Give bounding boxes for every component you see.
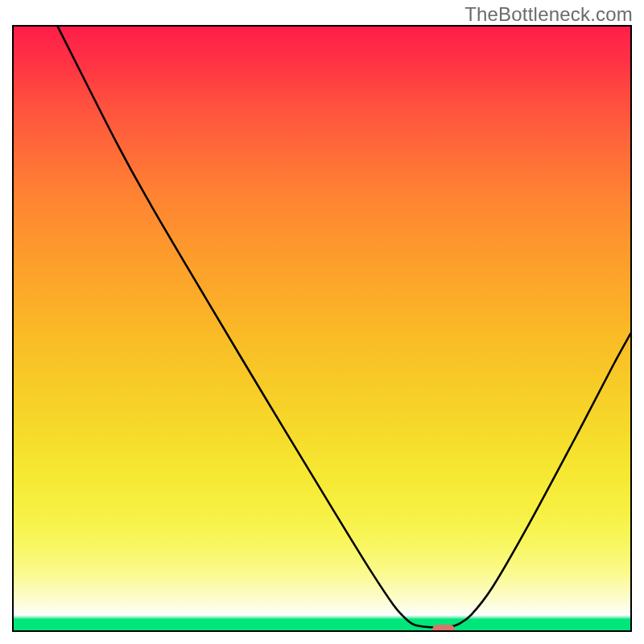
bottleneck-chart: TheBottleneck.com (0, 0, 644, 644)
minimum-marker (432, 625, 455, 632)
watermark-text: TheBottleneck.com (464, 3, 633, 26)
chart-curve-svg (14, 27, 630, 630)
chart-frame (12, 25, 632, 632)
bottleneck-curve-path (57, 27, 630, 627)
